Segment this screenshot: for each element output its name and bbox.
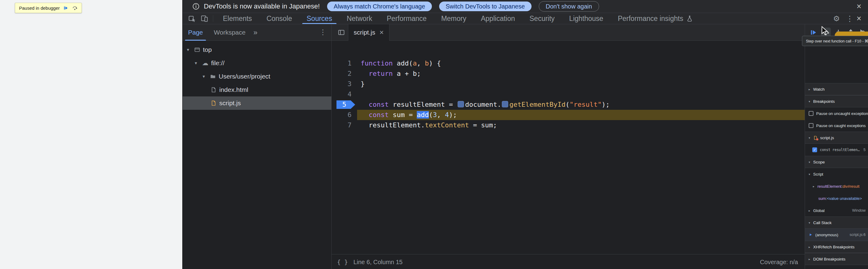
code-line-content <box>357 89 805 100</box>
scope-var-sum[interactable]: sum : <value unavailable> <box>805 192 868 205</box>
step-over-icon[interactable] <box>72 5 78 10</box>
dont-show-again-button[interactable]: Don't show again <box>539 1 599 11</box>
caret-down-icon[interactable]: ▾ <box>809 100 813 103</box>
breakpoint-marker[interactable]: 5 <box>337 100 355 109</box>
infobar-close-icon[interactable]: × <box>857 2 861 10</box>
js-file-icon <box>211 100 217 106</box>
caret-down-icon[interactable]: ▾ <box>195 60 202 66</box>
code-token: resultElement = <box>389 101 457 108</box>
scope-section-header[interactable]: ▾ Scope <box>805 156 868 168</box>
code-token: return <box>369 70 393 77</box>
navigator-tab-page[interactable]: Page <box>183 24 208 41</box>
tab-console[interactable]: Console <box>259 13 299 24</box>
device-toolbar-icon[interactable] <box>199 15 210 22</box>
line-number-gutter[interactable]: 6 <box>332 110 357 120</box>
breakpoint-entry-row[interactable]: ✓ const resultElement = doc… 5 <box>805 144 868 156</box>
toggle-navigator-icon[interactable] <box>338 29 345 36</box>
tab-network[interactable]: Network <box>340 13 379 24</box>
execution-arrow-icon <box>809 233 813 237</box>
watch-section-header[interactable]: ▸ Watch <box>805 83 868 95</box>
navigator-menu-icon[interactable]: ⋮ <box>319 28 327 36</box>
tree-item-project-folder[interactable]: ▾ Users/user/project <box>183 70 331 83</box>
caret-down-icon[interactable]: ▾ <box>187 47 194 52</box>
code-token: , <box>437 111 445 118</box>
more-tabs-chevron-icon[interactable]: » <box>253 28 257 37</box>
line-number-gutter[interactable]: 3 <box>332 79 357 89</box>
code-token: 4 <box>445 111 449 118</box>
scope-var-result-element[interactable]: ▸ resultElement : div#result <box>805 180 868 192</box>
caret-right-icon[interactable]: ▸ <box>809 245 813 249</box>
caret-right-icon[interactable]: ▸ <box>809 258 813 261</box>
tab-performance[interactable]: Performance <box>379 13 434 24</box>
line-number-gutter[interactable]: 5 <box>332 100 357 110</box>
settings-gear-icon[interactable]: ⚙ <box>833 15 840 22</box>
code-token: add <box>417 111 429 118</box>
caret-down-icon[interactable]: ▾ <box>203 74 210 79</box>
code-token: ( <box>565 101 569 108</box>
scope-script-row[interactable]: ▾ Script <box>805 168 868 180</box>
switch-devtools-japanese-button[interactable]: Switch DevTools to Japanese <box>439 1 531 11</box>
pause-caught-checkbox[interactable] <box>809 123 813 128</box>
inline-breakpoint-marker[interactable] <box>458 101 464 107</box>
step-over-tooltip: Step over next function call - F10 - ⌘ ' <box>802 36 868 46</box>
scope-global-row[interactable]: ▸ Global Window <box>805 205 868 217</box>
caret-down-icon[interactable]: ▾ <box>809 221 813 224</box>
call-stack-section-header[interactable]: ▾ Call Stack <box>805 217 868 228</box>
var-name: sum <box>818 196 826 201</box>
code-line-content: return a + b; <box>357 69 805 79</box>
tab-memory[interactable]: Memory <box>434 13 474 24</box>
breakpoint-entry-checkbox[interactable]: ✓ <box>812 147 817 152</box>
pretty-print-icon[interactable]: { } <box>337 259 348 266</box>
file-tree: ▾ top ▾ ☁ file:// ▾ Users/user/pro <box>183 41 331 110</box>
webpage-background <box>0 0 182 269</box>
breakpoint-group-script-js[interactable]: ▾ script.js <box>805 132 868 144</box>
code-line: 5 const resultElement = document.getElem… <box>332 100 805 110</box>
dom-breakpoints-section-header[interactable]: ▸ DOM Breakpoints <box>805 253 868 265</box>
caret-right-icon[interactable]: ▸ <box>809 88 813 91</box>
caret-right-icon[interactable]: ▸ <box>813 185 817 188</box>
pause-uncaught-exceptions-row[interactable]: Pause on uncaught exceptions <box>805 107 868 119</box>
tree-item-top[interactable]: ▾ top <box>183 43 331 56</box>
tab-sources[interactable]: Sources <box>299 13 339 24</box>
resume-script-icon[interactable] <box>63 5 68 10</box>
line-number-gutter[interactable]: 4 <box>332 89 357 100</box>
frame-name: (anonymous) <box>815 233 838 237</box>
scope-label: Scope <box>813 160 825 164</box>
more-options-icon[interactable]: ⋮ <box>846 15 854 22</box>
tree-item-file-protocol[interactable]: ▾ ☁ file:// <box>183 56 331 70</box>
close-file-tab-icon[interactable]: × <box>379 29 384 36</box>
devtools-close-icon[interactable]: × <box>857 15 861 23</box>
file-tab-script-js[interactable]: script.js × <box>348 24 390 41</box>
tree-item-script-js[interactable]: script.js <box>183 97 331 110</box>
breakpoints-section-header[interactable]: ▾ Breakpoints <box>805 95 868 107</box>
pause-caught-label: Pause on caught exceptions <box>816 124 866 128</box>
caret-down-icon[interactable]: ▾ <box>809 172 813 176</box>
tab-security[interactable]: Security <box>522 13 562 24</box>
tree-item-index-html[interactable]: index.html <box>183 83 331 97</box>
always-match-language-button[interactable]: Always match Chrome's language <box>327 1 432 11</box>
xhr-breakpoints-section-header[interactable]: ▸ XHR/fetch Breakpoints <box>805 241 868 253</box>
breakpoint-dot <box>816 138 818 140</box>
tab-application[interactable]: Application <box>474 13 522 24</box>
inline-breakpoint-marker[interactable] <box>502 101 508 107</box>
line-number-gutter[interactable]: 7 <box>332 120 357 130</box>
code-token: textContent <box>425 121 469 129</box>
caret-down-icon[interactable]: ▾ <box>809 160 813 164</box>
code-line-content: const resultElement = document.getElemen… <box>357 100 805 110</box>
navigator-tab-workspace[interactable]: Workspace <box>208 24 251 41</box>
code-editor[interactable]: 1function add(a, b) {2 return a + b;3}45… <box>332 41 805 269</box>
line-number-gutter[interactable]: 2 <box>332 69 357 79</box>
code-lines: 1function add(a, b) {2 return a + b;3}45… <box>332 58 805 130</box>
call-stack-frame-row[interactable]: (anonymous) script.js:6 <box>805 228 868 241</box>
caret-down-icon[interactable]: ▾ <box>809 136 813 139</box>
experiment-flask-icon <box>686 15 693 22</box>
caret-right-icon[interactable]: ▸ <box>809 209 813 212</box>
line-number-gutter[interactable]: 1 <box>332 58 357 69</box>
pause-caught-exceptions-row[interactable]: Pause on caught exceptions <box>805 119 868 132</box>
inspect-element-icon[interactable] <box>187 15 197 22</box>
pause-uncaught-checkbox[interactable] <box>809 111 813 116</box>
tab-performance-insights[interactable]: Performance insights <box>611 13 700 24</box>
global-label: Global <box>813 208 825 213</box>
tab-lighthouse[interactable]: Lighthouse <box>562 13 611 24</box>
tab-elements[interactable]: Elements <box>216 13 259 24</box>
